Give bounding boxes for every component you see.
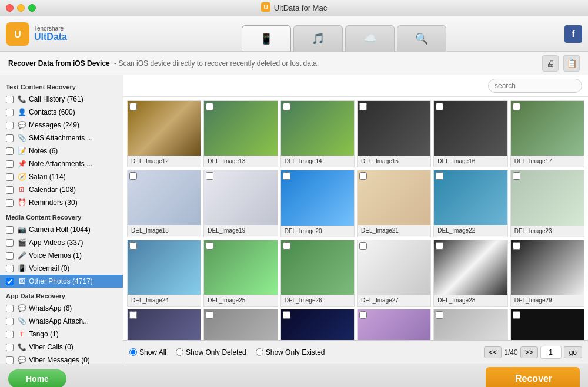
image-checkbox[interactable] [206,103,213,110]
sidebar-item-contacts[interactable]: 👤 Contacts (600) [0,106,123,119]
print-button[interactable]: 🖨 [542,55,559,72]
image-cell[interactable]: DEL_Image13 [203,100,278,167]
sidebar-checkbox-whatsapp-attach[interactable] [6,318,14,325]
sidebar-item-sms-attachments[interactable]: 📎 SMS Attachments ... [0,132,123,144]
tab-device[interactable]: 📱 [242,25,291,51]
sidebar-item-whatsapp[interactable]: 💬 WhatsApp (6) [0,302,123,315]
image-checkbox[interactable] [436,103,443,110]
facebook-icon[interactable]: f [564,25,582,43]
window-controls[interactable] [6,4,36,12]
image-checkbox[interactable] [283,103,290,110]
image-checkbox[interactable] [513,311,520,319]
sidebar-checkbox-other-photos[interactable] [6,278,14,285]
sidebar-item-call-history[interactable]: 📞 Call History (761) [0,93,123,106]
page-go-button[interactable]: go [564,346,582,358]
sidebar-checkbox-camera-roll[interactable] [6,226,14,234]
image-checkbox[interactable] [436,311,443,319]
sidebar-item-viber-calls[interactable]: 📞 Viber Calls (0) [0,341,123,354]
image-checkbox[interactable] [359,172,367,180]
sidebar-item-messages[interactable]: 💬 Messages (249) [0,119,123,132]
image-cell[interactable]: DEL_Image32 [280,309,355,340]
sidebar-checkbox-call-history[interactable] [6,96,14,103]
filter-show-deleted[interactable]: Show Only Deleted [176,348,246,356]
sidebar-checkbox-messages[interactable] [6,122,14,129]
sidebar-checkbox-calendar[interactable] [6,186,14,194]
image-cell[interactable]: DEL_Image15 [357,100,431,167]
image-cell[interactable]: DEL_Image25 [203,240,278,307]
image-cell[interactable]: DEL_Image20 [280,170,355,237]
sidebar-item-app-videos[interactable]: 🎬 App Videos (337) [0,236,123,249]
sidebar-checkbox-app-videos[interactable] [6,239,14,247]
sidebar-item-calendar[interactable]: 🗓 Calendar (108) [0,183,123,196]
sidebar-item-reminders[interactable]: ⏰ Reminders (30) [0,196,123,209]
sidebar-item-voicemail[interactable]: 📳 Voicemail (0) [0,262,123,275]
sidebar-item-notes[interactable]: 📝 Notes (6) [0,144,123,157]
page-next-button[interactable]: >> [520,346,538,358]
image-cell[interactable]: DEL_Image17 [510,100,584,167]
image-cell[interactable]: DEL_Image14 [280,100,355,167]
image-cell[interactable]: DEL_Image16 [433,100,507,167]
image-checkbox[interactable] [129,242,137,250]
close-button[interactable] [6,4,14,12]
filter-show-all[interactable]: Show All [129,348,166,356]
image-checkbox[interactable] [513,103,520,110]
sidebar-checkbox-notes[interactable] [6,147,14,155]
sidebar-checkbox-reminders[interactable] [6,199,14,207]
image-cell[interactable]: DEL_Image30 [127,309,201,340]
image-checkbox[interactable] [206,242,213,250]
image-cell[interactable]: DEL_Image18 [127,170,201,237]
tab-scan[interactable]: 🔍 [397,25,446,51]
image-cell[interactable]: DEL_Image34 [433,309,507,340]
image-cell[interactable]: DEL_Image12 [127,100,201,167]
recover-button[interactable]: Recover [486,367,580,388]
sidebar-checkbox-viber-calls[interactable] [6,344,14,351]
sidebar-checkbox-contacts[interactable] [6,109,14,116]
image-checkbox[interactable] [436,172,443,180]
image-cell[interactable]: DEL_Image31 [203,309,278,340]
image-cell[interactable]: DEL_Image21 [357,170,431,237]
image-checkbox[interactable] [283,311,290,319]
image-checkbox[interactable] [359,311,367,319]
image-cell[interactable]: DEL_Image33 [357,309,431,340]
image-checkbox[interactable] [206,172,213,180]
sidebar-checkbox-sms-attachments[interactable] [6,134,14,142]
image-checkbox[interactable] [436,242,443,250]
image-cell[interactable]: DEL_Image27 [357,240,431,307]
sidebar-checkbox-safari[interactable] [6,173,14,181]
search-input[interactable] [488,79,582,93]
image-checkbox[interactable] [129,311,137,319]
sidebar-checkbox-note-attachments[interactable] [6,160,14,168]
export-button[interactable]: 📋 [563,55,580,72]
image-checkbox[interactable] [513,172,520,180]
image-checkbox[interactable] [129,103,137,110]
sidebar-item-camera-roll[interactable]: 📷 Camera Roll (1044) [0,223,123,236]
sidebar-item-other-photos[interactable]: 🖼 Other Photos (4717) [0,275,123,288]
image-checkbox[interactable] [513,242,520,250]
filter-show-existed[interactable]: Show Only Existed [256,348,325,356]
page-first-button[interactable]: << [484,346,502,358]
sidebar-item-safari[interactable]: 🧭 Safari (114) [0,170,123,183]
image-checkbox[interactable] [359,103,367,110]
minimize-button[interactable] [17,4,25,12]
sidebar-checkbox-viber-messages[interactable] [6,356,14,364]
sidebar-item-tango[interactable]: T Tango (1) [0,328,123,341]
image-checkbox[interactable] [283,172,290,180]
sidebar-checkbox-tango[interactable] [6,331,14,338]
image-checkbox[interactable] [206,311,213,319]
home-button[interactable]: Home [8,369,66,388]
sidebar-item-note-attachments[interactable]: 📌 Note Attachments ... [0,157,123,170]
sidebar-item-voice-memos[interactable]: 🎤 Voice Memos (1) [0,249,123,262]
tab-music[interactable]: 🎵 [293,25,343,51]
image-checkbox[interactable] [359,242,367,250]
sidebar-checkbox-whatsapp[interactable] [6,305,14,312]
image-cell[interactable]: DEL_Image22 [433,170,507,237]
image-cell[interactable]: DEL_Image26 [280,240,355,307]
image-cell[interactable]: DEL_Image29 [510,240,584,307]
image-cell[interactable]: DEL_Image28 [433,240,507,307]
sidebar-checkbox-voicemail[interactable] [6,265,14,272]
image-cell[interactable]: DEL_Image24 [127,240,201,307]
sidebar-item-viber-messages[interactable]: 💬 Viber Messages (0) [0,354,123,364]
sidebar-item-whatsapp-attach[interactable]: 📎 WhatsApp Attach... [0,315,123,328]
maximize-button[interactable] [28,4,36,12]
sidebar-checkbox-voice-memos[interactable] [6,252,14,260]
